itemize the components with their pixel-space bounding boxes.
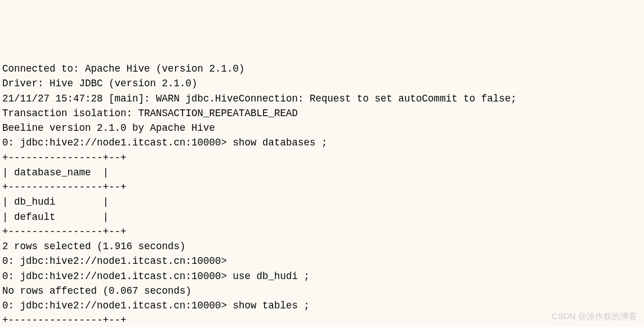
terminal-line-driver: Driver: Hive JDBC (version 2.1.0)	[2, 76, 642, 91]
table-border: +----------------+--+	[2, 180, 642, 195]
terminal-line-warn: 21/11/27 15:47:28 [main]: WARN jdbc.Hive…	[2, 91, 642, 106]
table-row-db-hudi: | db_hudi |	[2, 195, 642, 209]
terminal-line-rows-selected: 2 rows selected (1.916 seconds)	[2, 239, 642, 254]
terminal-line-prompt-empty: 0: jdbc:hive2://node1.itcast.cn:10000>	[2, 254, 642, 268]
terminal-line-prompt-show-databases: 0: jdbc:hive2://node1.itcast.cn:10000> s…	[2, 135, 642, 150]
terminal-line-connected: Connected to: Apache Hive (version 2.1.0…	[2, 61, 642, 76]
terminal-line-beeline-version: Beeline version 2.1.0 by Apache Hive	[2, 121, 642, 135]
table-border: +----------------+--+	[2, 151, 642, 165]
terminal-line-no-rows: No rows affected (0.067 seconds)	[2, 284, 642, 298]
terminal-line-isolation: Transaction isolation: TRANSACTION_REPEA…	[2, 106, 642, 121]
table-border: +----------------+--+	[2, 313, 642, 327]
table-header-database-name: | database_name |	[2, 165, 642, 180]
terminal-line-prompt-show-tables: 0: jdbc:hive2://node1.itcast.cn:10000> s…	[2, 298, 642, 313]
table-border: +----------------+--+	[2, 224, 642, 239]
terminal-line-prompt-use-db: 0: jdbc:hive2://node1.itcast.cn:10000> u…	[2, 269, 642, 284]
table-row-default: | default |	[2, 210, 642, 224]
